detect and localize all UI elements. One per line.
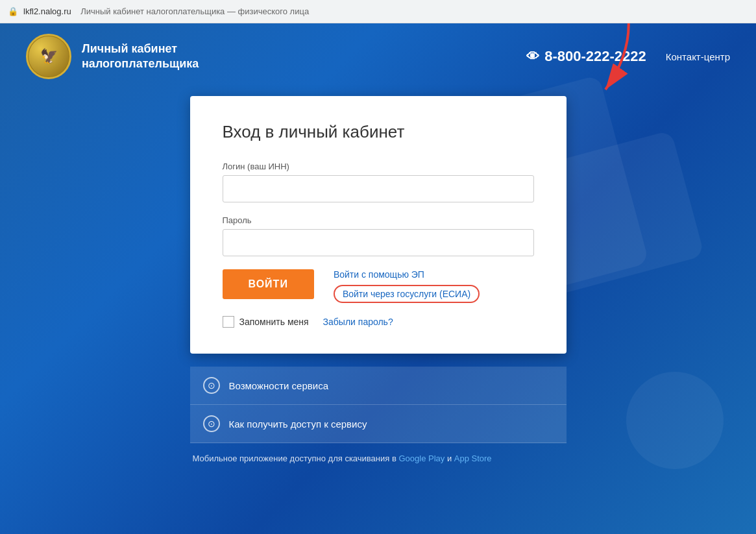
alt-links: Войти с помощью ЭП Войти через госуслуги… xyxy=(334,269,480,303)
page-title-tab: Личный кабинет налогоплательщика — физич… xyxy=(80,6,309,16)
header-right: 👁 8-800-222-2222 Контакт-центр xyxy=(526,48,730,65)
bottom-sections: ⊙ Возможности сервиса ⊙ Как получить дос… xyxy=(190,367,567,443)
accordion-item-2[interactable]: ⊙ Как получить доступ к сервису xyxy=(190,405,567,443)
logo-inner: 🦅 xyxy=(29,36,69,77)
login-group: Логин (ваш ИНН) xyxy=(223,162,534,202)
password-label: Пароль xyxy=(223,215,534,225)
main-content: Вход в личный кабинет Логин (ваш ИНН) Па… xyxy=(0,90,756,463)
eye-icon: 👁 xyxy=(526,49,539,64)
login-card: Вход в личный кабинет Логин (ваш ИНН) Па… xyxy=(190,96,567,354)
gosuslugi-login-link[interactable]: Войти через госуслуги (ЕСИА) xyxy=(334,285,480,303)
login-label: Логин (ваш ИНН) xyxy=(223,162,534,171)
site-header: 🦅 Личный кабинет налогоплательщика 👁 8-8… xyxy=(0,23,756,90)
browser-url: lkfl2.nalog.ru Личный кабинет налогоплат… xyxy=(23,6,748,16)
password-group: Пароль xyxy=(223,215,534,256)
remember-me-label[interactable]: Запомнить меня xyxy=(223,316,309,328)
accordion-text-2: Как получить доступ к сервису xyxy=(229,419,367,430)
contact-center-link[interactable]: Контакт-центр xyxy=(666,51,730,62)
login-button[interactable]: ВОЙТИ xyxy=(223,269,314,299)
accordion-item-1[interactable]: ⊙ Возможности сервиса xyxy=(190,367,567,405)
logo-icon: 🦅 xyxy=(40,48,58,65)
site-title: Личный кабинет налогоплательщика xyxy=(82,42,199,72)
form-actions: ВОЙТИ Войти с помощью ЭП Войти через гос… xyxy=(223,269,534,303)
login-input[interactable] xyxy=(223,175,534,202)
remember-me-text: Запомнить меня xyxy=(239,317,309,327)
site-title-line1: Личный кабинет xyxy=(82,42,199,56)
accordion-icon-2: ⊙ xyxy=(203,415,220,432)
main-page: 🦅 Личный кабинет налогоплательщика 👁 8-8… xyxy=(0,23,756,534)
header-logo-area: 🦅 Личный кабинет налогоплательщика xyxy=(26,34,199,79)
remember-me-checkbox[interactable] xyxy=(223,316,234,328)
password-input[interactable] xyxy=(223,229,534,256)
site-title-line2: налогоплательщика xyxy=(82,56,199,71)
app-store-link[interactable]: App Store xyxy=(454,454,492,463)
lock-icon: 🔒 xyxy=(8,6,18,16)
phone-block: 👁 8-800-222-2222 xyxy=(526,48,646,65)
accordion-icon-1: ⊙ xyxy=(203,377,220,394)
mobile-text-middle: и xyxy=(445,454,454,463)
ep-login-link[interactable]: Войти с помощью ЭП xyxy=(334,269,480,280)
mobile-banner: Мобильное приложение доступно для скачив… xyxy=(190,454,567,463)
accordion-text-1: Возможности сервиса xyxy=(229,380,329,391)
forgot-password-link[interactable]: Забыли пароль? xyxy=(323,317,393,327)
browser-bar: 🔒 lkfl2.nalog.ru Личный кабинет налогопл… xyxy=(0,0,756,23)
url-domain: lkfl2.nalog.ru xyxy=(23,6,71,16)
mobile-text-before: Мобильное приложение доступно для скачив… xyxy=(193,454,399,463)
google-play-link[interactable]: Google Play xyxy=(398,454,445,463)
form-footer: Запомнить меня Забыли пароль? xyxy=(223,316,534,328)
phone-number: 8-800-222-2222 xyxy=(544,48,646,65)
login-title: Вход в личный кабинет xyxy=(223,122,534,142)
logo: 🦅 xyxy=(26,34,71,79)
